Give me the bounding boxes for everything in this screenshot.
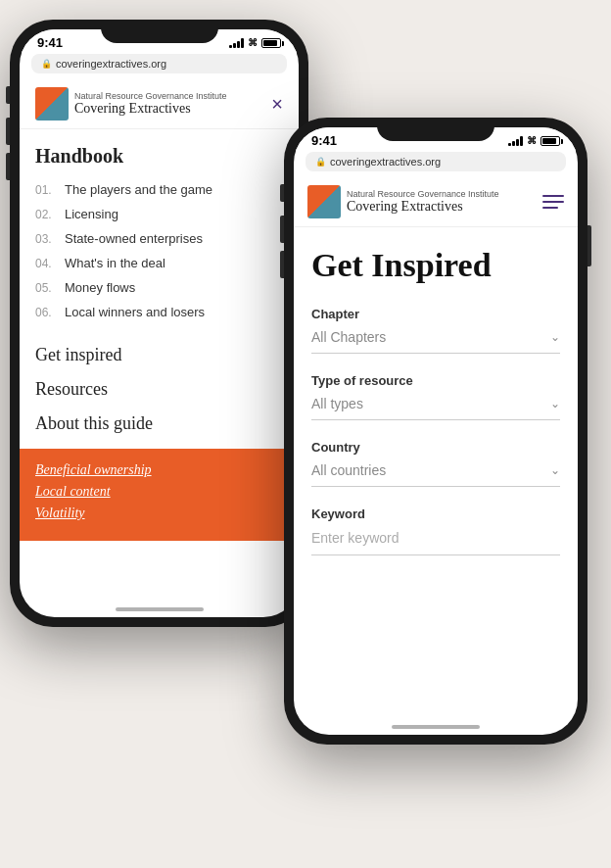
type-select[interactable]: All types ⌄ [311, 396, 560, 420]
status-icons-left: ⌘ [229, 37, 281, 48]
left-phone: 9:41 ⌘ 🔒 coveringextractives.org Natural… [10, 20, 308, 627]
hamburger-menu[interactable] [542, 195, 564, 209]
nav-num-4: 04. [35, 257, 57, 270]
left-screen: 9:41 ⌘ 🔒 coveringextractives.org Natural… [20, 29, 299, 617]
type-chevron-icon: ⌄ [550, 397, 560, 411]
orange-banner: Beneficial ownership Local content Volat… [20, 449, 299, 541]
logo-subtitle: Natural Resource Governance Institute [74, 91, 227, 102]
handbook-title: Handbook [35, 145, 283, 168]
about-link[interactable]: About this guide [35, 407, 283, 441]
volume-up-button-right[interactable] [280, 216, 284, 243]
logo-area: Natural Resource Governance Institute Co… [35, 87, 227, 121]
keyword-section: Keyword Enter keyword [311, 506, 560, 555]
nav-item-4[interactable]: 04. What's in the deal [35, 251, 283, 275]
nav-content: Handbook 01. The players and the game 02… [20, 129, 299, 441]
power-button-right[interactable] [588, 225, 591, 266]
signal-icon-right [508, 136, 523, 146]
nav-label-6: Local winners and losers [65, 305, 205, 319]
right-phone: 9:41 ⌘ 🔒 coveringextractives.org Natural… [284, 118, 588, 745]
nav-label-5: Money flows [65, 280, 135, 295]
time-left: 9:41 [37, 35, 63, 50]
chapter-chevron-icon: ⌄ [550, 330, 560, 345]
nav-num-6: 06. [35, 306, 57, 319]
nav-num-1: 01. [35, 183, 57, 197]
keyword-label: Keyword [311, 506, 560, 521]
chapter-placeholder: All Chapters [311, 329, 386, 345]
resources-link[interactable]: Resources [35, 372, 283, 407]
lock-icon: 🔒 [41, 59, 52, 69]
home-indicator-left [116, 607, 204, 611]
country-chevron-icon: ⌄ [550, 463, 560, 478]
volume-down-button-right[interactable] [280, 251, 284, 278]
notch [101, 20, 218, 43]
hamburger-line-1 [542, 195, 564, 197]
url-bar-right[interactable]: 🔒 coveringextractives.org [306, 152, 566, 171]
nav-num-5: 05. [35, 281, 57, 295]
site-name-left: Covering Extractives [74, 101, 227, 117]
type-filter: Type of resource All types ⌄ [311, 373, 560, 420]
hamburger-line-2 [542, 201, 564, 203]
nav-item-3[interactable]: 03. State-owned enterprises [35, 226, 283, 251]
nav-label-4: What's in the deal [65, 256, 165, 270]
logo-area-right: Natural Resource Governance Institute Co… [307, 185, 499, 218]
hamburger-line-3 [542, 207, 558, 209]
nav-num-3: 03. [35, 232, 57, 246]
volatility-link[interactable]: Volatility [35, 506, 283, 521]
site-name-right: Covering Extractives [347, 199, 499, 215]
wifi-icon: ⌘ [248, 37, 258, 48]
status-icons-right: ⌘ [508, 135, 560, 146]
country-label: Country [311, 440, 560, 455]
volume-down-button[interactable] [6, 153, 10, 180]
type-label: Type of resource [311, 373, 560, 388]
nav-item-5[interactable]: 05. Money flows [35, 275, 283, 300]
logo-badge-right [307, 185, 341, 218]
battery-icon-right [540, 136, 560, 146]
keyword-input-wrap[interactable]: Enter keyword [311, 529, 560, 555]
time-right: 9:41 [311, 133, 337, 148]
logo-subtitle-right: Natural Resource Governance Institute [347, 189, 499, 200]
url-bar-left[interactable]: 🔒 coveringextractives.org [31, 54, 287, 73]
nav-item-1[interactable]: 01. The players and the game [35, 177, 283, 202]
keyword-placeholder: Enter keyword [311, 530, 399, 546]
country-placeholder: All countries [311, 462, 386, 478]
main-links: Get inspired Resources About this guide [35, 338, 283, 441]
nav-label-1: The players and the game [65, 182, 212, 197]
signal-icon [229, 38, 244, 48]
right-content: Get Inspired Chapter All Chapters ⌄ Type… [294, 227, 578, 727]
nav-items-list: 01. The players and the game 02. Licensi… [35, 177, 283, 324]
nav-label-2: Licensing [65, 207, 118, 221]
right-nav-header: Natural Resource Governance Institute Co… [294, 177, 578, 227]
right-screen: 9:41 ⌘ 🔒 coveringextractives.org Natural… [294, 127, 578, 735]
mute-button[interactable] [6, 86, 10, 104]
page-title: Get Inspired [311, 247, 560, 283]
logo-badge [35, 87, 69, 121]
notch-right [377, 118, 494, 141]
nav-header: Natural Resource Governance Institute Co… [20, 79, 299, 129]
mute-button-right[interactable] [280, 184, 284, 202]
url-text-left: coveringextractives.org [56, 58, 166, 70]
country-select[interactable]: All countries ⌄ [311, 462, 560, 487]
type-placeholder: All types [311, 396, 363, 411]
local-content-link[interactable]: Local content [35, 484, 283, 500]
beneficial-ownership-link[interactable]: Beneficial ownership [35, 462, 283, 478]
close-button[interactable]: × [271, 93, 283, 116]
nav-num-2: 02. [35, 208, 57, 221]
chapter-filter: Chapter All Chapters ⌄ [311, 307, 560, 354]
battery-icon [261, 38, 281, 48]
chapter-select[interactable]: All Chapters ⌄ [311, 329, 560, 354]
get-inspired-link[interactable]: Get inspired [35, 338, 283, 372]
nav-item-6[interactable]: 06. Local winners and losers [35, 300, 283, 324]
lock-icon-right: 🔒 [315, 157, 326, 167]
country-filter: Country All countries ⌄ [311, 440, 560, 487]
nav-label-3: State-owned enterprises [65, 231, 203, 246]
chapter-label: Chapter [311, 307, 560, 321]
nav-item-2[interactable]: 02. Licensing [35, 202, 283, 226]
home-indicator-right [392, 725, 480, 729]
url-text-right: coveringextractives.org [330, 156, 441, 168]
wifi-icon-right: ⌘ [527, 135, 537, 146]
volume-up-button[interactable] [6, 118, 10, 145]
